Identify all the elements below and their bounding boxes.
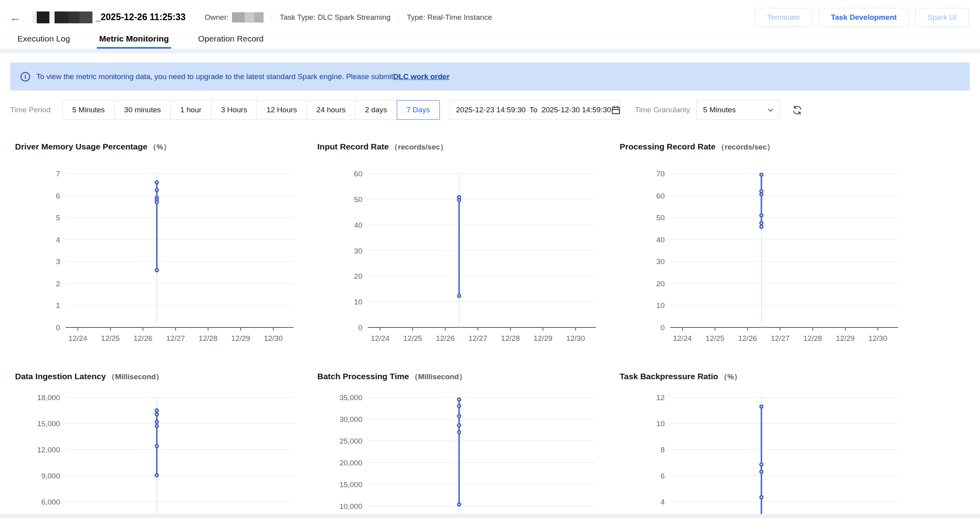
svg-text:20: 20	[656, 280, 665, 288]
svg-text:12/24: 12/24	[371, 334, 390, 342]
svg-text:6,000: 6,000	[41, 498, 60, 506]
svg-text:12/27: 12/27	[771, 334, 790, 342]
info-icon: i	[21, 72, 30, 81]
chart-card-data-ingestion-latency: Data Ingestion Latency（Millisecond）18,00…	[15, 370, 303, 518]
svg-text:60: 60	[656, 192, 665, 200]
time-period-group: 5 Minutes30 minutes1 hour3 Hours12 Hours…	[62, 100, 440, 120]
date-range-picker[interactable]: 2025-12-23 14:59:30 To 2025-12-30 14:59:…	[449, 100, 620, 120]
chart-title: Driver Memory Usage Percentage（%）	[15, 140, 303, 153]
time-period-option-24-hours[interactable]: 24 hours	[307, 100, 356, 120]
instance-type-label: Type: Real-Time Instance	[407, 13, 492, 22]
svg-text:12/28: 12/28	[501, 334, 520, 342]
task-development-button[interactable]: Task Development	[819, 8, 909, 27]
divider	[271, 13, 272, 21]
chart-title: Processing Record Rate（records/sec）	[620, 140, 908, 153]
svg-text:30,000: 30,000	[339, 415, 362, 423]
svg-text:18,000: 18,000	[37, 393, 60, 402]
svg-text:12/24: 12/24	[68, 334, 87, 342]
time-period-option-12-hours[interactable]: 12 Hours	[256, 100, 307, 120]
banner-text: To view the metric monitoring data, you …	[36, 72, 393, 81]
chart-canvas: 18,00015,00012,0009,0006,000	[15, 388, 303, 518]
terminate-button[interactable]: Terminate	[755, 8, 812, 27]
time-period-option-3-hours[interactable]: 3 Hours	[211, 100, 257, 120]
svg-text:25,000: 25,000	[339, 437, 362, 445]
svg-text:0: 0	[56, 323, 60, 332]
chart-card-batch-processing-time: Batch Processing Time（Millisecond）35,000…	[317, 370, 606, 518]
chevron-down-icon	[768, 108, 773, 112]
upgrade-info-banner: i To view the metric monitoring data, yo…	[10, 62, 970, 91]
time-period-option-30-minutes[interactable]: 30 minutes	[114, 100, 171, 120]
refresh-button[interactable]	[792, 105, 803, 115]
divider-band	[0, 49, 980, 53]
svg-text:12/25: 12/25	[403, 334, 422, 342]
chart-canvas: 35,00030,00025,00020,00015,00010,000	[317, 388, 606, 518]
tab-operation-record[interactable]: Operation Record	[196, 34, 266, 49]
svg-text:9,000: 9,000	[41, 472, 60, 480]
svg-text:35,000: 35,000	[339, 393, 362, 402]
svg-text:12/29: 12/29	[231, 334, 250, 342]
header-meta: Owner: Task Type: DLC Spark Streaming Ty…	[205, 12, 492, 23]
svg-text:2: 2	[56, 280, 60, 288]
time-period-label: Time Period	[10, 106, 51, 114]
chart-canvas: 7654321012/2412/2512/2612/2712/2812/2912…	[15, 159, 303, 348]
redacted-task-name	[32, 11, 92, 23]
tab-execution-log[interactable]: Execution Log	[15, 34, 72, 49]
svg-text:12/28: 12/28	[199, 334, 218, 342]
granularity-select[interactable]: 5 Minutes	[696, 100, 780, 120]
time-period-option-2-days[interactable]: 2 days	[355, 100, 397, 120]
chart-canvas: 1210864	[620, 388, 908, 518]
svg-text:12/30: 12/30	[869, 334, 888, 342]
chart-card-driver-memory-usage-percentage: Driver Memory Usage Percentage（%）7654321…	[15, 140, 303, 348]
owner-label: Owner:	[205, 13, 229, 22]
svg-text:0: 0	[660, 323, 665, 332]
back-icon[interactable]: ←	[9, 11, 21, 23]
dlc-work-order-link[interactable]: DLC work order	[393, 72, 450, 81]
svg-text:40: 40	[656, 236, 665, 244]
svg-text:12/30: 12/30	[566, 334, 585, 342]
svg-text:30: 30	[354, 247, 362, 255]
chart-title: Batch Processing Time（Millisecond）	[317, 370, 606, 383]
top-header: ← _2025-12-26 11:25:33 Owner: Task Type:…	[0, 0, 980, 35]
chart-card-processing-record-rate: Processing Record Rate（records/sec）70605…	[620, 140, 908, 348]
chart-canvas: 70605040302010012/2412/2512/2612/2712/28…	[620, 159, 908, 348]
svg-text:8: 8	[660, 446, 665, 454]
divider	[398, 13, 399, 21]
redacted-owner	[232, 12, 264, 23]
svg-text:12/26: 12/26	[134, 334, 153, 342]
time-period-option-7-days[interactable]: 7 Days	[397, 100, 440, 120]
svg-text:10,000: 10,000	[339, 502, 362, 510]
svg-text:15,000: 15,000	[37, 420, 60, 428]
svg-text:12/29: 12/29	[533, 334, 552, 342]
bottom-strip	[0, 514, 980, 518]
svg-text:6: 6	[660, 472, 665, 480]
granularity-value: 5 Minutes	[703, 106, 735, 114]
tab-metric-monitoring[interactable]: Metric Monitoring	[97, 34, 171, 49]
svg-text:12/28: 12/28	[803, 334, 822, 342]
svg-text:40: 40	[354, 221, 362, 229]
svg-text:30: 30	[656, 257, 665, 266]
svg-text:0: 0	[358, 323, 362, 332]
svg-text:1: 1	[56, 301, 60, 310]
svg-text:12/27: 12/27	[468, 334, 487, 342]
svg-text:4: 4	[56, 236, 60, 244]
spark-ui-button[interactable]: Spark UI	[915, 8, 969, 27]
charts-grid: Driver Memory Usage Percentage（%）7654321…	[15, 140, 970, 518]
main-content: i To view the metric monitoring data, yo…	[0, 62, 980, 518]
svg-text:12/29: 12/29	[836, 334, 855, 342]
chart-card-task-backpressure-ratio: Task Backpressure Ratio（%）1210864	[620, 370, 908, 518]
svg-text:20,000: 20,000	[339, 459, 362, 467]
svg-text:60: 60	[354, 170, 362, 178]
svg-text:20: 20	[354, 272, 362, 280]
svg-text:10: 10	[656, 301, 665, 310]
svg-text:3: 3	[56, 257, 60, 266]
svg-text:7: 7	[56, 170, 60, 178]
time-period-option-5-minutes[interactable]: 5 Minutes	[62, 100, 115, 120]
time-period-option-1-hour[interactable]: 1 hour	[170, 100, 211, 120]
task-type-label: Task Type: DLC Spark Streaming	[280, 13, 391, 22]
svg-text:12/30: 12/30	[264, 334, 283, 342]
tab-bar: Execution Log Metric Monitoring Operatio…	[0, 35, 980, 49]
calendar-icon	[611, 106, 620, 115]
svg-text:12: 12	[656, 393, 665, 402]
svg-text:12/25: 12/25	[706, 334, 725, 342]
date-end: 2025-12-30 14:59:30	[541, 106, 611, 114]
